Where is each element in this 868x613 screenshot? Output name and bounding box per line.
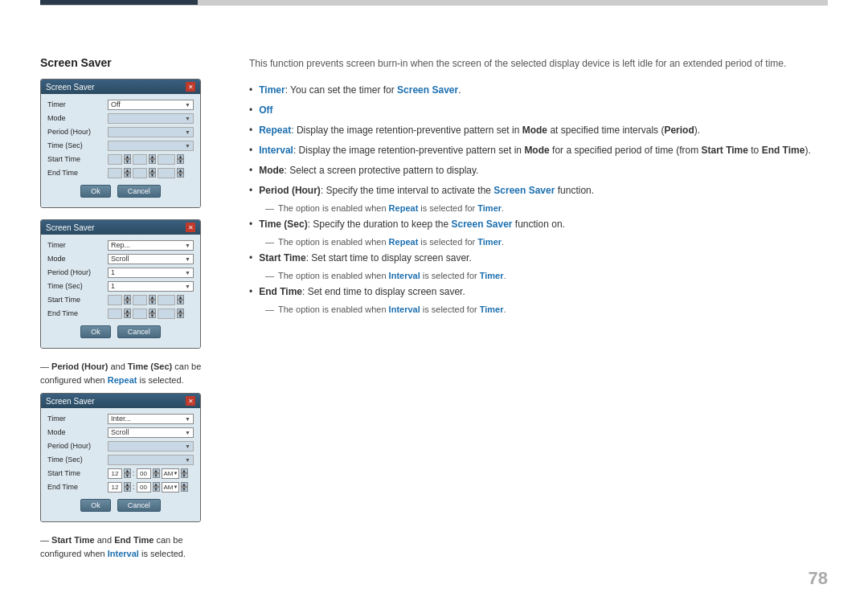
dialog-2-control-time[interactable]: 1 ▼ bbox=[108, 281, 194, 292]
start-hr-disabled bbox=[108, 154, 122, 165]
dialog-1-label-time: Time (Sec) bbox=[47, 141, 108, 149]
d3-start-min-down[interactable]: ▼ bbox=[153, 473, 160, 478]
dialog-1-body: Timer Off ▼ Mode ▼ Peri bbox=[41, 94, 200, 207]
dialog-2-label-mode: Mode bbox=[47, 255, 108, 263]
bullet-off: Off bbox=[249, 103, 828, 117]
dialog-2-ok[interactable]: Ok bbox=[80, 325, 111, 338]
start-time-disabled: ▲ ▼ ▲ ▼ ▲ ▼ bbox=[108, 154, 184, 165]
dialog-1-close[interactable]: ✕ bbox=[186, 82, 195, 92]
d3-start-ampm[interactable]: AM▼ bbox=[162, 468, 179, 479]
dropdown-arrow: ▼ bbox=[185, 284, 190, 289]
end-hr-stepper: ▲ ▼ bbox=[124, 168, 131, 178]
note-end-time: The option is enabled when Interval is s… bbox=[265, 304, 828, 314]
dialog-1-cancel[interactable]: Cancel bbox=[117, 185, 161, 198]
timer-label: Timer bbox=[259, 84, 285, 96]
end-hr-disabled bbox=[108, 168, 122, 178]
end-ampm-stepper: ▲ ▼ bbox=[177, 168, 184, 178]
start-min-stepper: ▲ ▼ bbox=[149, 154, 156, 165]
bullet-list-2: Time (Sec): Specify the duration to keep… bbox=[249, 217, 828, 231]
bullet-repeat: Repeat: Display the image retention-prev… bbox=[249, 123, 828, 137]
dropdown-arrow: ▼ bbox=[185, 430, 190, 435]
d3-end-hr-down[interactable]: ▼ bbox=[124, 487, 131, 492]
dialog-1-control-period: ▼ bbox=[108, 127, 194, 137]
dialog-1-control-timer[interactable]: Off ▼ bbox=[108, 100, 194, 110]
dialog-3-body: Timer Inter... ▼ Mode Scroll ▼ bbox=[41, 408, 200, 521]
dropdown-arrow: ▼ bbox=[185, 457, 190, 463]
dropdown-arrow: ▼ bbox=[185, 270, 190, 276]
bullet-interval: Interval: Display the image retention-pr… bbox=[249, 143, 828, 157]
dialog-1-control-time: ▼ bbox=[108, 141, 194, 151]
dialog-1-label-period: Period (Hour) bbox=[47, 128, 108, 136]
note-start-time: The option is enabled when Interval is s… bbox=[265, 271, 828, 280]
d3-start-ampm-stepper: ▲ ▼ bbox=[181, 468, 188, 479]
d3-end-hr-stepper: ▲ ▼ bbox=[124, 482, 131, 492]
dialog-3-label-starttime: Start Time bbox=[47, 469, 108, 477]
bullet-list-4: End Time: Set end time to display screen… bbox=[249, 284, 828, 299]
dialog-3-row-starttime: Start Time 12 ▲ ▼ : 00 ▲ ▼ bbox=[47, 468, 194, 479]
dialog-1-row-endtime: End Time ▲ ▼ ▲ ▼ bbox=[47, 167, 194, 178]
end-min-stepper: ▲ ▼ bbox=[149, 168, 156, 178]
dialog-3-row-endtime: End Time 12 ▲ ▼ : 00 ▲ ▼ bbox=[47, 481, 194, 492]
dialog-3-label-time: Time (Sec) bbox=[47, 456, 108, 464]
dialog-3-row-time: Time (Sec) ▼ bbox=[47, 454, 194, 465]
end-ampm-disabled bbox=[158, 168, 175, 178]
d3-start-min-stepper: ▲ ▼ bbox=[153, 468, 160, 479]
interval-label: Interval bbox=[259, 145, 293, 156]
dialog-1-ok[interactable]: Ok bbox=[80, 185, 111, 198]
caption-2: — Start Time and End Time can be configu… bbox=[40, 533, 217, 560]
dialog-3-close[interactable]: ✕ bbox=[186, 396, 195, 406]
dialog-3-title: Screen Saver bbox=[46, 397, 95, 406]
bullet-list: Timer: You can set the timer for Screen … bbox=[249, 83, 828, 198]
d3-end-min[interactable]: 00 bbox=[137, 482, 151, 492]
d3-start-min[interactable]: 00 bbox=[137, 468, 151, 479]
dropdown-arrow: ▼ bbox=[185, 443, 190, 449]
d2-end-min-stepper: ▲ ▼ bbox=[149, 309, 156, 319]
d2-start-ampm-stepper: ▲ ▼ bbox=[177, 295, 184, 305]
dialog-2-row-mode: Mode Scroll ▼ bbox=[47, 253, 194, 264]
d2-start-min-stepper: ▲ ▼ bbox=[149, 295, 156, 305]
dialog-3: Screen Saver ✕ Timer Inter... ▼ Mode bbox=[40, 393, 201, 522]
dropdown-arrow: ▼ bbox=[185, 102, 190, 108]
dialog-2-row-endtime: End Time ▲ ▼ ▲ ▼ bbox=[47, 308, 194, 319]
dialog-3-control-timer[interactable]: Inter... ▼ bbox=[108, 414, 194, 424]
dialog-3-cancel[interactable]: Cancel bbox=[117, 499, 161, 512]
start-min-disabled bbox=[133, 154, 147, 165]
d3-start-time: 12 ▲ ▼ : 00 ▲ ▼ AM▼ bbox=[108, 468, 188, 479]
dialog-2-label-time: Time (Sec) bbox=[47, 282, 108, 290]
d3-end-hr[interactable]: 12 bbox=[108, 482, 122, 492]
dialog-2-row-time: Time (Sec) 1 ▼ bbox=[47, 280, 194, 292]
d2-end-ampm bbox=[158, 309, 175, 319]
d2-start-time-disabled: ▲ ▼ ▲ ▼ ▲ ▼ bbox=[108, 295, 184, 305]
d3-end-min-down[interactable]: ▼ bbox=[153, 487, 160, 492]
dropdown-arrow: ▼ bbox=[185, 256, 190, 262]
d2-start-hr bbox=[108, 295, 122, 305]
d3-end-ampm[interactable]: AM▼ bbox=[162, 482, 179, 492]
dialog-2: Screen Saver ✕ Timer Rep... ▼ Mode bbox=[40, 219, 201, 349]
dialog-2-control-timer[interactable]: Rep... ▼ bbox=[108, 240, 194, 251]
dialog-2-close[interactable]: ✕ bbox=[186, 223, 195, 232]
end-ampm-down: ▼ bbox=[177, 173, 184, 178]
note-time-sec: The option is enabled when Repeat is sel… bbox=[265, 237, 828, 247]
dialog-1-title: Screen Saver bbox=[46, 83, 95, 92]
dialog-2-titlebar: Screen Saver ✕ bbox=[41, 220, 200, 235]
dialog-3-control-mode[interactable]: Scroll ▼ bbox=[108, 427, 194, 438]
dialog-2-cancel[interactable]: Cancel bbox=[117, 325, 161, 338]
start-ampm-down: ▼ bbox=[177, 159, 184, 164]
repeat-label: Repeat bbox=[259, 125, 291, 136]
dialog-1-label-endtime: End Time bbox=[47, 169, 108, 177]
dialog-1-label-mode: Mode bbox=[47, 114, 108, 122]
d3-start-ampm-down[interactable]: ▼ bbox=[181, 473, 188, 478]
dialog-3-control-period: ▼ bbox=[108, 441, 194, 452]
dialog-2-control-period[interactable]: 1 ▼ bbox=[108, 268, 194, 278]
d3-end-ampm-down[interactable]: ▼ bbox=[181, 487, 188, 492]
dropdown-arrow: ▼ bbox=[185, 143, 190, 149]
d3-start-hr-down[interactable]: ▼ bbox=[124, 473, 131, 478]
dialog-2-row-starttime: Start Time ▲ ▼ ▲ ▼ bbox=[47, 294, 194, 305]
d2-start-hr-stepper: ▲ ▼ bbox=[124, 295, 131, 305]
start-min-down: ▼ bbox=[149, 159, 156, 164]
dialog-2-control-mode[interactable]: Scroll ▼ bbox=[108, 254, 194, 264]
bullet-list-3: Start Time: Set start time to display sc… bbox=[249, 251, 828, 265]
dialog-3-ok[interactable]: Ok bbox=[80, 499, 111, 512]
d3-start-hr[interactable]: 12 bbox=[108, 468, 122, 479]
dialog-1-label-timer: Timer bbox=[47, 100, 108, 108]
